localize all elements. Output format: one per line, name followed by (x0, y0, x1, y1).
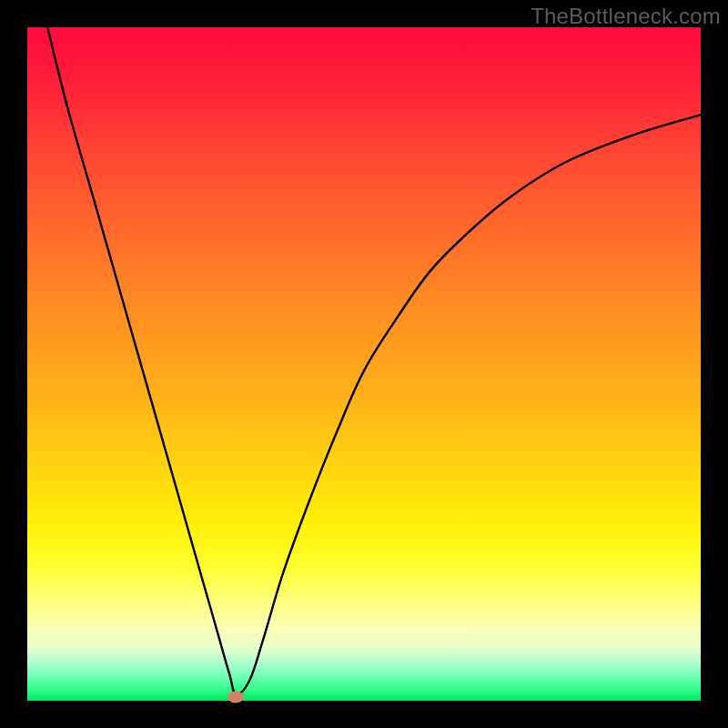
plot-area (27, 27, 701, 701)
watermark-text: TheBottleneck.com (531, 4, 721, 29)
curve-svg (27, 27, 701, 701)
optimum-marker (228, 692, 244, 703)
bottleneck-curve (47, 27, 701, 694)
chart-frame: TheBottleneck.com (0, 0, 728, 728)
